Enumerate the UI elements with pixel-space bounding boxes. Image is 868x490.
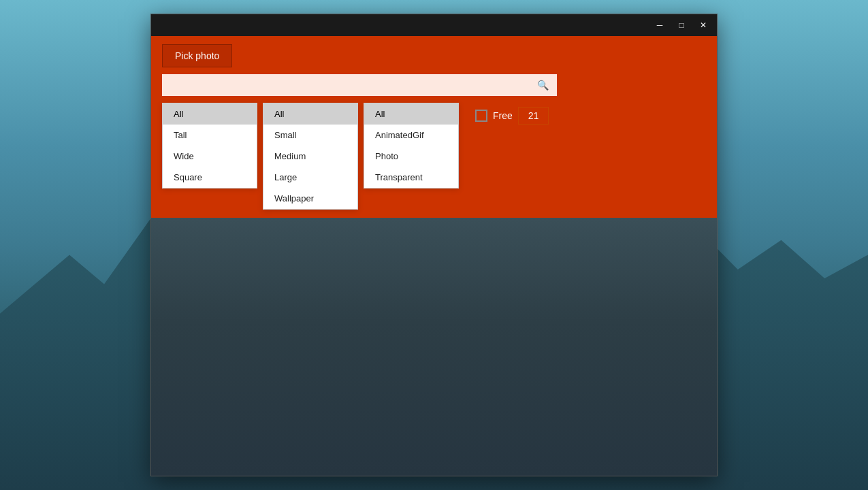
search-bar: 🔍 xyxy=(162,74,557,96)
size-small[interactable]: Small xyxy=(263,125,357,146)
type-animatedgif[interactable]: AnimatedGif xyxy=(364,125,458,146)
type-photo[interactable]: Photo xyxy=(364,146,458,167)
orientation-square[interactable]: Square xyxy=(163,167,257,188)
filters-section: All Tall Wide Square All Small Medium La… xyxy=(151,103,717,218)
search-icon-button[interactable]: 🔍 xyxy=(529,74,557,96)
size-all[interactable]: All xyxy=(263,103,357,125)
type-all[interactable]: All xyxy=(364,103,458,125)
close-button[interactable]: ✕ xyxy=(692,14,714,36)
content-area xyxy=(151,218,717,476)
free-label: Free xyxy=(493,110,513,121)
type-transparent[interactable]: Transparent xyxy=(364,167,458,188)
minimize-button[interactable]: ─ xyxy=(649,14,671,36)
size-medium[interactable]: Medium xyxy=(263,146,357,167)
search-input[interactable] xyxy=(162,74,529,96)
search-icon: 🔍 xyxy=(537,80,549,91)
orientation-tall[interactable]: Tall xyxy=(163,125,257,146)
size-large[interactable]: Large xyxy=(263,167,357,188)
type-menu: All AnimatedGif Photo Transparent xyxy=(364,103,459,189)
maximize-button[interactable]: □ xyxy=(671,14,692,36)
free-filter-area: Free 21 xyxy=(475,107,549,125)
orientation-all[interactable]: All xyxy=(163,103,257,125)
main-window: ─ □ ✕ Pick photo 🔍 All Tall Wide xyxy=(150,14,718,476)
size-wallpaper[interactable]: Wallpaper xyxy=(263,188,357,209)
orientation-wide[interactable]: Wide xyxy=(163,146,257,167)
size-dropdown: All Small Medium Large Wallpaper xyxy=(263,103,358,210)
content-background xyxy=(151,218,717,476)
orientation-menu: All Tall Wide Square xyxy=(162,103,257,189)
free-count: 21 xyxy=(518,107,549,125)
size-menu: All Small Medium Large Wallpaper xyxy=(263,103,358,210)
orientation-dropdown: All Tall Wide Square xyxy=(162,103,257,189)
type-dropdown: All AnimatedGif Photo Transparent xyxy=(364,103,459,189)
pick-photo-button[interactable]: Pick photo xyxy=(162,44,232,67)
app-area: Pick photo 🔍 All Tall Wide Square xyxy=(151,36,717,476)
free-checkbox[interactable] xyxy=(475,110,487,122)
titlebar: ─ □ ✕ xyxy=(151,14,717,36)
header: Pick photo 🔍 xyxy=(151,36,717,103)
